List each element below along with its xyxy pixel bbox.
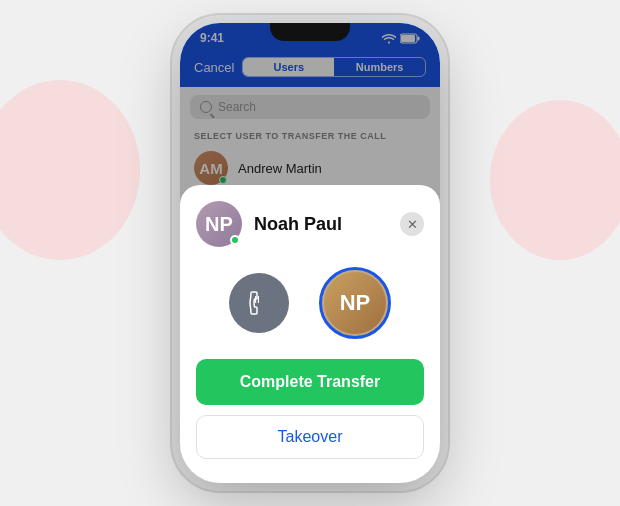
phone-pause-icon: ⏸	[245, 289, 273, 317]
modal-user-name: Noah Paul	[254, 214, 400, 235]
modal-status-dot	[230, 235, 240, 245]
call-row: ⏸ NP	[196, 267, 424, 339]
takeover-button[interactable]: Takeover	[196, 415, 424, 459]
close-modal-button[interactable]: ✕	[400, 212, 424, 236]
on-hold-avatar: ⏸	[229, 273, 289, 333]
svg-text:⏸: ⏸	[252, 294, 262, 305]
modal-avatar-wrap: NP	[196, 201, 242, 247]
active-caller-avatar: NP	[319, 267, 391, 339]
modal-header: NP Noah Paul ✕	[196, 201, 424, 247]
complete-transfer-button[interactable]: Complete Transfer	[196, 359, 424, 405]
decoration-blob-left	[0, 80, 140, 260]
phone-shell: 9:41 Cancel Users Num	[180, 23, 440, 483]
modal-overlay: NP Noah Paul ✕ ⏸	[180, 23, 440, 483]
modal-card: NP Noah Paul ✕ ⏸	[180, 185, 440, 483]
decoration-blob-right	[490, 100, 620, 260]
scene: 9:41 Cancel Users Num	[0, 0, 620, 506]
